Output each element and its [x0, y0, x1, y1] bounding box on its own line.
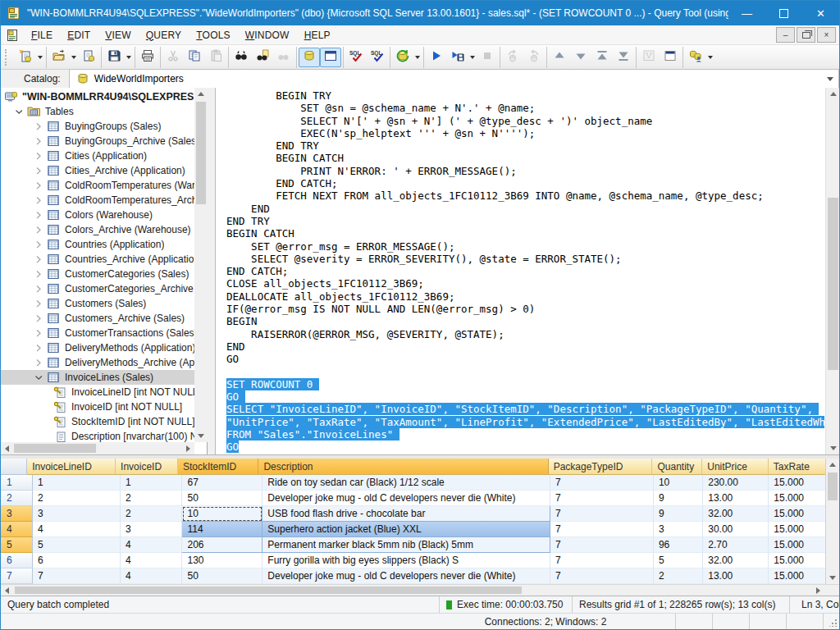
cell-description[interactable]: USB food flash drive - chocolate bar: [262, 506, 550, 522]
cell-taxrate[interactable]: 15.000: [769, 491, 827, 506]
cell-packagetypeid[interactable]: 7: [550, 491, 654, 506]
grid-horizontal-scrollbar[interactable]: [1, 584, 839, 596]
tree-item-colors_archive[interactable]: Colors_Archive (Warehouse): [1, 222, 194, 237]
column-header-description[interactable]: Description: [258, 459, 548, 475]
cell-description[interactable]: Furry gorilla with big eyes slippers (Bl…: [262, 553, 550, 568]
cell-taxrate[interactable]: 15.000: [769, 506, 827, 522]
cell-unitprice[interactable]: 230.00: [703, 475, 769, 491]
find-next-button[interactable]: [252, 48, 273, 67]
cell-description[interactable]: Developer joke mug - old C developers ne…: [262, 568, 550, 584]
cell-stockitemid[interactable]: 50: [182, 568, 262, 584]
tree-item-cities[interactable]: Cities (Application): [1, 148, 194, 163]
new-window-button[interactable]: [660, 48, 681, 67]
menu-view[interactable]: VIEW: [98, 27, 138, 43]
tree-item-coldroomtemperatures[interactable]: ColdRoomTemperatures (Warehouse): [1, 178, 194, 193]
open-file-button[interactable]: [48, 48, 70, 67]
results-text-mode-button[interactable]: [320, 48, 341, 67]
chevron-right-icon[interactable]: [30, 356, 47, 369]
execute-edit-dropdown[interactable]: [468, 48, 477, 66]
cell-description[interactable]: Superhero action jacket (Blue) XXL: [262, 522, 550, 537]
resize-grip[interactable]: [824, 614, 839, 629]
cell-unitprice[interactable]: 30.00: [703, 522, 769, 537]
mdi-restore-button[interactable]: [797, 27, 815, 43]
column-header-taxrate[interactable]: TaxRate: [769, 459, 827, 475]
scroll-down-icon[interactable]: [826, 572, 839, 584]
cell-unitprice[interactable]: 13.00: [703, 491, 769, 506]
column-header-stockitemid[interactable]: StockItemID: [178, 459, 259, 475]
cell-description[interactable]: Ride on toy sedan car (Black) 1/12 scale: [262, 475, 550, 491]
row-header[interactable]: 4: [1, 522, 33, 537]
execute-button[interactable]: [426, 48, 447, 67]
column-header-invoicelineid[interactable]: InvoiceLineID: [27, 459, 116, 475]
menu-help[interactable]: HELP: [297, 27, 338, 43]
refresh-catalog-button[interactable]: [392, 48, 413, 67]
connections-dropdown[interactable]: [706, 48, 714, 66]
cell-invoicelineid[interactable]: 6: [33, 553, 121, 568]
tree-horizontal-scrollbar[interactable]: [1, 442, 194, 454]
cell-taxrate[interactable]: 15.000: [769, 475, 827, 491]
tree-item-invoicelineid[interactable]: InvoiceLineID [int NOT NULL]: [1, 385, 194, 399]
chevron-right-icon[interactable]: [30, 194, 47, 207]
editor-vscroll-thumb[interactable]: [828, 198, 838, 370]
grid-vscroll-thumb[interactable]: [828, 472, 838, 500]
cell-packagetypeid[interactable]: 7: [550, 522, 654, 537]
row-header[interactable]: 6: [1, 553, 33, 568]
mdi-minimize-button[interactable]: –: [776, 27, 795, 43]
cell-unitprice[interactable]: 32.00: [703, 506, 769, 522]
tree-item-invoiceid[interactable]: InvoiceID [int NOT NULL]: [1, 399, 194, 414]
cell-invoiceid[interactable]: 2: [121, 491, 182, 506]
prev-result-button[interactable]: [549, 48, 570, 67]
results-grid-mode-button[interactable]: [299, 48, 320, 67]
cell-quantity[interactable]: 96: [654, 537, 703, 553]
cell-invoiceid[interactable]: 4: [121, 568, 182, 584]
chevron-right-icon[interactable]: [30, 341, 47, 354]
tree-item-tables[interactable]: Tables: [1, 104, 194, 119]
cell-packagetypeid[interactable]: 7: [550, 568, 654, 584]
scroll-left-icon[interactable]: [1, 442, 13, 454]
chevron-right-icon[interactable]: [30, 135, 47, 148]
scroll-left-icon[interactable]: [1, 585, 13, 596]
tree-item-buyinggroups_archive[interactable]: BuyingGroups_Archive (Sales): [1, 134, 194, 148]
catalog-combobox[interactable]: WideWorldImporters: [69, 69, 839, 89]
cell-stockitemid[interactable]: 50: [182, 491, 262, 506]
chevron-right-icon[interactable]: [30, 282, 47, 295]
print-button[interactable]: [137, 48, 158, 67]
connections-button[interactable]: [685, 48, 706, 67]
cell-invoicelineid[interactable]: 5: [33, 537, 121, 553]
tree-item-description[interactable]: Description [nvarchar(100) N: [1, 429, 194, 442]
tree-item-customertransactions[interactable]: CustomerTransactions (Sales): [1, 326, 194, 340]
column-header-invoiceid[interactable]: InvoiceID: [116, 459, 178, 475]
cell-invoicelineid[interactable]: 3: [33, 506, 121, 522]
chevron-right-icon[interactable]: [30, 149, 47, 162]
grid-corner-cell[interactable]: [1, 459, 27, 475]
cell-quantity[interactable]: 10: [654, 475, 703, 491]
tree-item-server[interactable]: "WIN-BOMMLRR4U94\SQLEXPRESS".: [1, 89, 194, 104]
chevron-right-icon[interactable]: [30, 120, 47, 133]
tree-item-customercategories_archive[interactable]: CustomerCategories_Archive (Sales): [1, 281, 194, 296]
cell-taxrate[interactable]: 15.000: [769, 568, 827, 584]
tree-item-cities_archive[interactable]: Cities_Archive (Application): [1, 163, 194, 178]
menu-tools[interactable]: TOOLS: [189, 27, 237, 43]
cell-description[interactable]: Developer joke mug - old C developers ne…: [262, 491, 550, 506]
cell-quantity[interactable]: 9: [654, 506, 703, 522]
new-sql-file-dropdown[interactable]: [36, 48, 44, 66]
tree-item-deliverymethods[interactable]: DeliveryMethods (Application): [1, 340, 194, 355]
copy-button[interactable]: [184, 48, 205, 67]
cell-invoicelineid[interactable]: 4: [33, 522, 121, 537]
chevron-right-icon[interactable]: [30, 238, 47, 251]
tree-item-customercategories[interactable]: CustomerCategories (Sales): [1, 267, 194, 281]
scroll-up-icon[interactable]: [826, 459, 839, 471]
cell-stockitemid[interactable]: 67: [182, 475, 262, 491]
chevron-right-icon[interactable]: [30, 164, 47, 177]
vertical-splitter[interactable]: [208, 88, 216, 454]
cell-packagetypeid[interactable]: 7: [550, 475, 654, 491]
scroll-right-icon[interactable]: [812, 585, 824, 596]
cell-invoicelineid[interactable]: 2: [33, 491, 121, 506]
syntax-check-button[interactable]: SQL: [345, 48, 367, 67]
scroll-right-icon[interactable]: [182, 442, 194, 454]
column-header-quantity[interactable]: Quantity: [652, 459, 702, 475]
tree-hscroll-thumb[interactable]: [14, 444, 96, 453]
cell-unitprice[interactable]: 2.70: [703, 537, 769, 553]
chevron-right-icon[interactable]: [30, 312, 47, 325]
tree-item-customers_archive[interactable]: Customers_Archive (Sales): [1, 311, 194, 326]
